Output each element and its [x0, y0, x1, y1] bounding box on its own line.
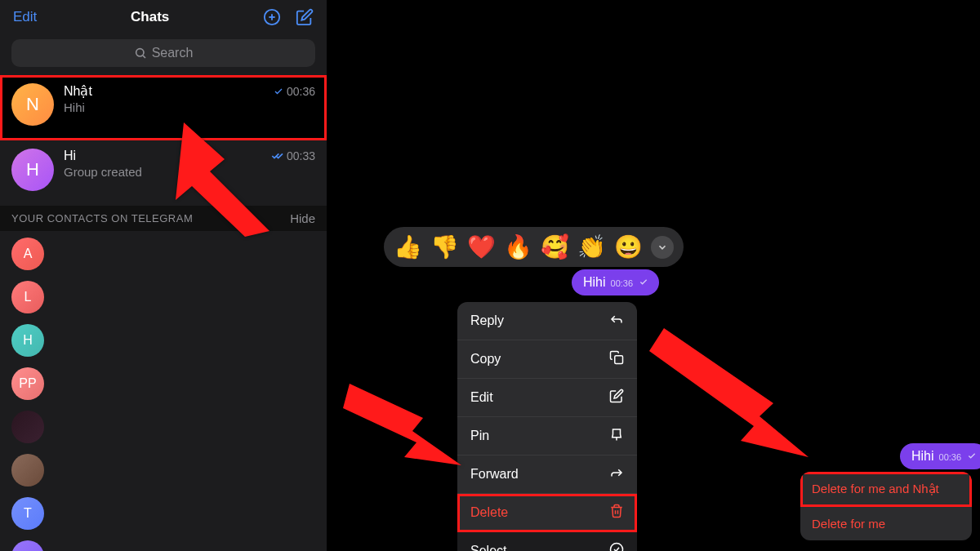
- context-item-label: Pin: [470, 429, 489, 443]
- svg-line-4: [143, 56, 145, 58]
- context-item-label: Select: [470, 544, 506, 551]
- header-actions: [263, 8, 314, 26]
- reaction-clap[interactable]: 👏: [577, 233, 606, 260]
- sent-check-icon: [966, 451, 978, 460]
- contact-avatar[interactable]: [11, 411, 44, 443]
- chevron-down-icon: [657, 242, 668, 253]
- forward-icon: [609, 465, 624, 483]
- reaction-heart[interactable]: ❤️: [467, 233, 496, 260]
- chats-header: Edit Chats: [0, 0, 327, 34]
- svg-marker-8: [176, 122, 270, 237]
- chat-name: Nhật: [64, 83, 92, 99]
- reply-icon: [609, 312, 624, 330]
- context-delete[interactable]: Delete: [457, 494, 637, 532]
- reaction-more-button[interactable]: [651, 236, 674, 259]
- hide-button[interactable]: Hide: [290, 211, 315, 225]
- tutorial-arrow: [151, 114, 290, 240]
- message-bubble[interactable]: Hihi 00:36: [572, 269, 659, 295]
- contact-list: ALHPPTU: [0, 231, 327, 551]
- context-item-label: Forward: [470, 467, 519, 482]
- edit-icon: [609, 389, 624, 407]
- contact-avatar[interactable]: A: [11, 238, 44, 270]
- avatar: H: [11, 149, 54, 191]
- svg-rect-5: [615, 356, 623, 364]
- search-input[interactable]: Search: [11, 39, 315, 67]
- chat-preview: Hihi: [64, 100, 315, 114]
- context-menu: ReplyCopyEditPinForwardDeleteSelect: [457, 302, 637, 551]
- chats-title: Chats: [131, 9, 169, 25]
- search-placeholder: Search: [152, 46, 194, 60]
- context-select[interactable]: Select: [457, 532, 637, 551]
- message-bubble[interactable]: Hihi 00:36: [900, 443, 980, 469]
- reaction-thumbs-up[interactable]: 👍: [394, 233, 422, 260]
- reaction-bar: 👍 👎 ❤️ 🔥 🥰 👏 😀: [384, 227, 684, 267]
- trash-icon: [609, 504, 624, 522]
- pin-icon: [609, 427, 624, 445]
- copy-icon: [609, 350, 624, 368]
- compose-icon[interactable]: [296, 8, 314, 26]
- svg-marker-9: [343, 384, 461, 465]
- edit-button[interactable]: Edit: [13, 9, 37, 25]
- message-text: Hihi: [583, 275, 606, 290]
- contact-avatar[interactable]: T: [11, 497, 44, 530]
- reaction-grin[interactable]: 😀: [614, 233, 643, 260]
- reaction-smiling-hearts[interactable]: 🥰: [541, 233, 569, 260]
- contact-avatar[interactable]: H: [11, 324, 44, 357]
- tutorial-arrow: [649, 328, 813, 470]
- chat-name: Hi: [64, 149, 76, 163]
- reaction-thumbs-down[interactable]: 👎: [430, 233, 459, 260]
- context-item-label: Copy: [470, 352, 501, 367]
- select-icon: [609, 542, 624, 551]
- chats-panel: Edit Chats Search N Nhật 00:36 Hihi H Hi…: [0, 0, 327, 551]
- tutorial-arrow: [343, 384, 466, 485]
- message-time: 00:36: [611, 278, 634, 288]
- delete-option[interactable]: Delete for me and Nhật: [800, 472, 972, 507]
- context-item-label: Reply: [470, 313, 504, 328]
- sent-check-icon: [638, 278, 649, 287]
- contact-avatar[interactable]: PP: [11, 367, 44, 400]
- chat-time: 00:36: [273, 85, 315, 98]
- context-reply[interactable]: Reply: [457, 302, 637, 340]
- svg-point-3: [136, 49, 143, 56]
- avatar: N: [11, 83, 54, 126]
- delete-options-menu: Delete for me and NhậtDelete for me: [800, 472, 972, 540]
- contact-avatar[interactable]: U: [11, 540, 44, 551]
- add-icon[interactable]: [263, 8, 281, 26]
- context-item-label: Delete: [470, 505, 508, 520]
- search-icon: [134, 47, 147, 60]
- reaction-fire[interactable]: 🔥: [504, 233, 532, 260]
- svg-marker-10: [649, 328, 808, 457]
- context-edit[interactable]: Edit: [457, 379, 637, 417]
- context-item-label: Edit: [470, 390, 493, 405]
- message-text: Hihi: [911, 449, 934, 464]
- context-forward[interactable]: Forward: [457, 455, 637, 494]
- message-time: 00:36: [939, 452, 962, 462]
- context-copy[interactable]: Copy: [457, 340, 637, 379]
- context-pin[interactable]: Pin: [457, 417, 637, 455]
- contact-avatar[interactable]: L: [11, 281, 44, 313]
- delete-option[interactable]: Delete for me: [800, 507, 972, 540]
- contact-avatar[interactable]: [11, 454, 44, 487]
